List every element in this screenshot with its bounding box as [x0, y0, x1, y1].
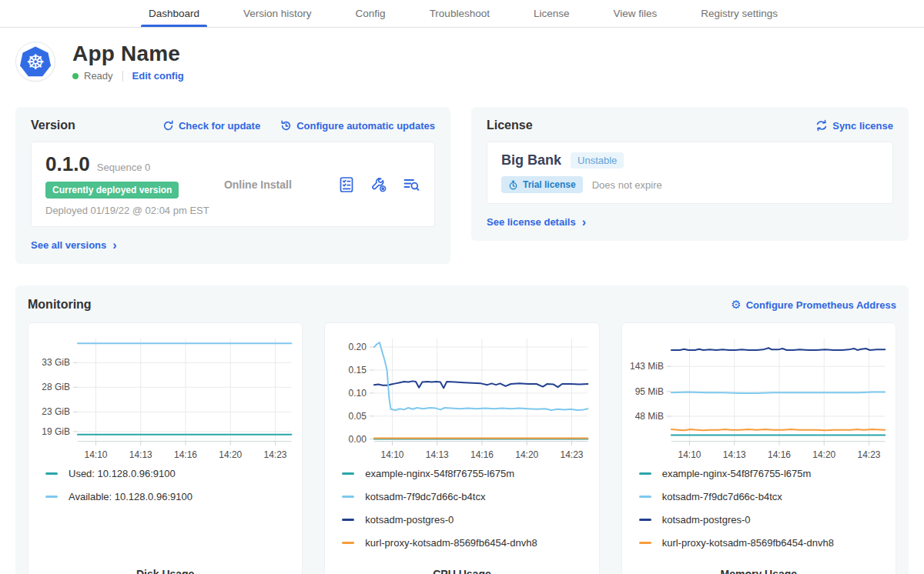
install-type-label: Online Install: [224, 179, 292, 191]
edit-config-link[interactable]: Edit config: [132, 70, 184, 82]
svg-text:14:16: 14:16: [470, 449, 494, 460]
svg-text:14:20: 14:20: [219, 449, 242, 460]
svg-text:0.20: 0.20: [349, 342, 367, 352]
legend-swatch-icon: [45, 472, 58, 475]
view-diff-icon[interactable]: [402, 175, 420, 194]
chart-card-cpu-usage: 14:1014:1314:1614:2014:230.200.150.100.0…: [324, 322, 599, 574]
gear-icon: ⚙: [731, 298, 741, 312]
legend-item: example-nginx-54f8f76755-l675m: [342, 468, 592, 479]
stopwatch-icon: [508, 180, 518, 190]
svg-text:28 GiB: 28 GiB: [42, 382, 70, 392]
legend-label: Available: 10.128.0.96:9100: [69, 491, 192, 502]
tab-license[interactable]: License: [534, 0, 570, 27]
legend-label: kotsadm-7f9dc7d66c-b4tcx: [662, 491, 782, 502]
see-all-versions-link[interactable]: See all versions ›: [31, 239, 117, 252]
svg-text:14:23: 14:23: [561, 449, 584, 460]
check-for-update-button[interactable]: Check for update: [162, 120, 260, 132]
svg-text:143 MiB: 143 MiB: [630, 361, 664, 372]
chart-svg-disk-usage: 14:1014:1314:1614:2014:2333 GiB28 GiB23 …: [35, 332, 296, 462]
sync-icon: [815, 119, 828, 132]
configure-automatic-updates-button[interactable]: Configure automatic updates: [280, 120, 435, 132]
legend-item: kotsadm-7f9dc7d66c-b4tcx: [342, 491, 592, 502]
legend-label: kotsadm-postgres-0: [365, 514, 454, 526]
svg-text:48 MiB: 48 MiB: [634, 411, 663, 422]
divider: [122, 71, 123, 82]
legend-item: example-nginx-54f8f76755-l675m: [639, 468, 889, 479]
legend-swatch-icon: [639, 472, 651, 475]
version-card: Version Check for update: [15, 107, 450, 264]
legend-item: kurl-proxy-kotsadm-8569fb6454-dnvh8: [342, 537, 592, 549]
legend-swatch-icon: [639, 542, 651, 544]
tab-version-history[interactable]: Version history: [243, 0, 312, 27]
svg-text:23 GiB: 23 GiB: [42, 406, 70, 417]
legend-swatch-icon: [342, 542, 354, 544]
chart-title: CPU Usage: [331, 560, 592, 574]
legend-item: kurl-proxy-kotsadm-8569fb6454-dnvh8: [639, 537, 889, 549]
svg-text:0.05: 0.05: [349, 411, 367, 422]
legend-swatch-icon: [342, 496, 354, 498]
tab-dashboard[interactable]: Dashboard: [149, 0, 199, 27]
svg-text:33 GiB: 33 GiB: [42, 357, 70, 368]
svg-text:14:20: 14:20: [516, 449, 539, 460]
charts-row: 14:1014:1314:1614:2014:2333 GiB28 GiB23 …: [28, 322, 896, 574]
series-line: [671, 392, 885, 393]
channel-badge: Unstable: [571, 152, 624, 169]
preflight-checks-icon[interactable]: [337, 175, 356, 194]
trial-license-badge: Trial license: [501, 176, 583, 193]
page-title: App Name: [72, 42, 184, 66]
legend-swatch-icon: [639, 519, 651, 521]
legend-item: kotsadm-7f9dc7d66c-b4tcx: [639, 491, 889, 502]
legend-label: kurl-proxy-kotsadm-8569fb6454-dnvh8: [662, 537, 834, 549]
deployed-badge: Currently deployed version: [45, 182, 179, 199]
tab-view-files[interactable]: View files: [613, 0, 657, 27]
svg-text:0.10: 0.10: [349, 388, 367, 399]
license-card-title: License: [487, 118, 533, 132]
chevron-right-icon: ›: [112, 239, 116, 252]
app-avatar: ☸: [15, 42, 55, 82]
chart-svg-cpu-usage: 14:1014:1314:1614:2014:230.200.150.100.0…: [331, 332, 592, 462]
tab-registry-settings[interactable]: Registry settings: [701, 0, 778, 27]
sync-license-button[interactable]: Sync license: [815, 119, 893, 132]
chart-svg-memory-usage: 14:1014:1314:1614:2014:23143 MiB95 MiB48…: [628, 332, 889, 462]
license-name: Big Bank: [501, 152, 561, 169]
legend-item: Used: 10.128.0.96:9100: [45, 468, 296, 479]
tab-troubleshoot[interactable]: Troubleshoot: [430, 0, 490, 27]
chart-title: Memory Usage: [628, 560, 889, 574]
chart-card-disk-usage: 14:1014:1314:1614:2014:2333 GiB28 GiB23 …: [28, 322, 303, 574]
main-content: ☸ App Name Ready Edit config Version: [0, 28, 924, 574]
clock-refresh-icon: [280, 120, 292, 132]
edit-config-wrench-icon[interactable]: [370, 175, 388, 194]
chart-card-memory-usage: 14:1014:1314:1614:2014:23143 MiB95 MiB48…: [621, 322, 896, 574]
series-line: [671, 348, 885, 350]
legend-swatch-icon: [342, 472, 354, 475]
svg-text:0.00: 0.00: [349, 434, 367, 445]
legend-swatch-icon: [342, 519, 354, 521]
license-card: License Sync license Big Bank Unstable: [471, 107, 909, 241]
chart-legend: example-nginx-54f8f76755-l675mkotsadm-7f…: [331, 468, 592, 560]
chart-legend: Used: 10.128.0.96:9100Available: 10.128.…: [35, 468, 296, 514]
svg-text:14:10: 14:10: [678, 449, 701, 460]
legend-label: example-nginx-54f8f76755-l675m: [662, 468, 812, 479]
chevron-right-icon: ›: [582, 216, 586, 229]
svg-text:95 MiB: 95 MiB: [634, 386, 663, 397]
monitoring-title: Monitoring: [28, 298, 92, 312]
legend-label: Used: 10.128.0.96:9100: [69, 468, 176, 479]
svg-text:14:13: 14:13: [129, 449, 152, 460]
svg-text:14:13: 14:13: [722, 449, 745, 460]
svg-text:14:16: 14:16: [174, 449, 197, 460]
svg-text:14:23: 14:23: [857, 449, 880, 460]
configure-prometheus-link[interactable]: ⚙ Configure Prometheus Address: [731, 298, 896, 312]
svg-text:19 GiB: 19 GiB: [42, 426, 70, 437]
license-panel: Big Bank Unstable Trial license: [487, 142, 893, 204]
monitoring-section: Monitoring ⚙ Configure Prometheus Addres…: [15, 285, 909, 574]
chart-legend: example-nginx-54f8f76755-l675mkotsadm-7f…: [628, 468, 889, 560]
nav-tabs: DashboardVersion historyConfigTroublesho…: [149, 0, 822, 27]
legend-label: kotsadm-7f9dc7d66c-b4tcx: [365, 491, 485, 502]
legend-item: Available: 10.128.0.96:9100: [45, 491, 296, 502]
legend-label: kurl-proxy-kotsadm-8569fb6454-dnvh8: [365, 537, 537, 549]
series-line: [671, 429, 885, 430]
tab-config[interactable]: Config: [356, 0, 386, 27]
app-header: ☸ App Name Ready Edit config: [15, 42, 909, 82]
see-license-details-link[interactable]: See license details ›: [487, 216, 586, 229]
version-card-title: Version: [31, 118, 75, 132]
